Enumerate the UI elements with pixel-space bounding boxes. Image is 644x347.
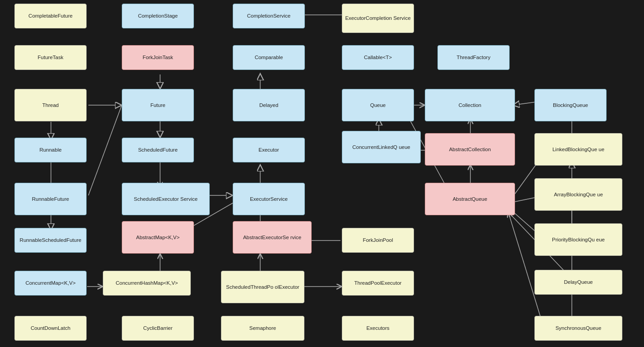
arrows-svg: [0, 0, 644, 347]
node-queue: Queue: [342, 89, 414, 121]
node-priority-blocking-queue: PriorityBlockingQu eue: [534, 223, 622, 256]
node-count-down-latch: CountDownLatch: [14, 316, 87, 341]
node-concurrent-map: ConcurrentMap<K,V>: [14, 271, 87, 296]
node-completable-future: CompletableFuture: [14, 4, 87, 28]
node-fork-join-pool: ForkJoinPool: [342, 228, 414, 253]
node-runnable-scheduled-future: RunnableScheduledFuture: [14, 228, 87, 253]
node-delay-queue: DelayQueue: [534, 270, 622, 295]
node-scheduled-executor-service: ScheduledExecutor Service: [122, 183, 210, 215]
node-scheduled-thread-pool-executor: ScheduledThreadPo olExecutor: [221, 271, 304, 303]
node-thread-factory: ThreadFactory: [437, 45, 510, 70]
node-abstract-map: AbstractMap<K,V>: [122, 221, 194, 254]
svg-line-13: [88, 105, 122, 195]
node-executor-service: ExecutorService: [233, 183, 305, 215]
node-comparable: Comparable: [233, 45, 305, 70]
node-synchronous-queue: SynchronousQueue: [534, 316, 622, 341]
node-completion-stage: CompletionStage: [122, 4, 194, 28]
node-runnable: Runnable: [14, 138, 87, 162]
node-abstract-executor-service: AbstractExecutorSe rvice: [233, 221, 312, 254]
node-thread-pool-executor: ThreadPoolExecutor: [342, 271, 414, 296]
node-abstract-collection: AbstractCollection: [425, 133, 515, 166]
node-semaphore: Semaphore: [221, 316, 304, 341]
node-executors: Executors: [342, 316, 414, 341]
node-thread: Thread: [14, 89, 87, 121]
node-future: Future: [122, 89, 194, 121]
node-fork-join-task: ForkJoinTask: [122, 45, 194, 70]
node-linked-blocking-queue: LinkedBlockingQue ue: [534, 133, 622, 166]
node-executor: Executor: [233, 138, 305, 162]
node-runnable-future: RunnableFuture: [14, 183, 87, 215]
node-cyclic-barrier: CyclicBarrier: [122, 316, 194, 341]
node-abstract-queue: AbstractQueue: [425, 183, 515, 215]
node-scheduled-future: ScheduledFuture: [122, 138, 194, 162]
node-executor-completion-service: ExecutorCompletion Service: [342, 4, 414, 33]
node-future-task: FutureTask: [14, 45, 87, 70]
diagram: CompletableFuture CompletionStage Comple…: [0, 0, 644, 347]
node-concurrent-linked-queue: ConcurrentLinkedQ ueue: [342, 131, 421, 163]
node-delayed: Delayed: [233, 89, 305, 121]
node-concurrent-hash-map: ConcurrentHashMap<K,V>: [103, 271, 191, 296]
node-collection: Collection: [425, 89, 515, 121]
node-completion-service: CompletionService: [233, 4, 305, 28]
node-callable: Callable<T>: [342, 45, 414, 70]
node-array-blocking-queue: ArrayBlockingQue ue: [534, 178, 622, 211]
node-blocking-queue: BlockingQueue: [534, 89, 607, 121]
